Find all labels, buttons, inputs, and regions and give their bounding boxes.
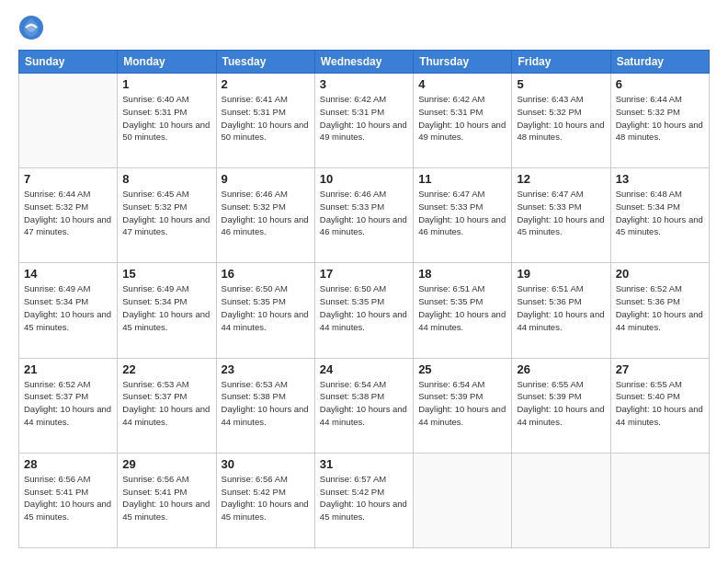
day-number: 22	[122, 362, 210, 376]
day-info: Sunrise: 6:56 AMSunset: 5:42 PMDaylight:…	[222, 473, 310, 523]
day-info: Sunrise: 6:55 AMSunset: 5:40 PMDaylight:…	[616, 378, 704, 429]
calendar-cell: 21Sunrise: 6:52 AMSunset: 5:37 PMDayligh…	[19, 358, 118, 453]
calendar-cell: 10Sunrise: 6:46 AMSunset: 5:33 PMDayligh…	[314, 168, 413, 263]
calendar-cell: 6Sunrise: 6:44 AMSunset: 5:32 PMDaylight…	[610, 74, 709, 168]
logo	[18, 15, 48, 40]
calendar-cell: 30Sunrise: 6:56 AMSunset: 5:42 PMDayligh…	[216, 453, 314, 547]
day-info: Sunrise: 6:48 AMSunset: 5:34 PMDaylight:…	[616, 188, 704, 238]
weekday-header-friday: Friday	[512, 51, 610, 74]
weekday-header-monday: Monday	[118, 51, 216, 74]
day-number: 21	[24, 362, 112, 376]
calendar-cell: 5Sunrise: 6:43 AMSunset: 5:32 PMDaylight…	[512, 74, 610, 168]
calendar-cell: 8Sunrise: 6:45 AMSunset: 5:32 PMDaylight…	[118, 168, 216, 263]
day-number: 19	[517, 267, 605, 281]
calendar-cell: 19Sunrise: 6:51 AMSunset: 5:36 PMDayligh…	[512, 263, 610, 358]
day-number: 13	[616, 172, 704, 186]
calendar-page: SundayMondayTuesdayWednesdayThursdayFrid…	[0, 0, 728, 563]
calendar-cell: 22Sunrise: 6:53 AMSunset: 5:37 PMDayligh…	[118, 358, 216, 453]
day-number: 29	[122, 457, 210, 471]
calendar-cell: 17Sunrise: 6:50 AMSunset: 5:35 PMDayligh…	[314, 263, 413, 358]
day-number: 24	[320, 362, 408, 376]
week-row-4: 21Sunrise: 6:52 AMSunset: 5:37 PMDayligh…	[19, 358, 710, 453]
day-info: Sunrise: 6:43 AMSunset: 5:32 PMDaylight:…	[517, 93, 605, 144]
day-info: Sunrise: 6:51 AMSunset: 5:36 PMDaylight:…	[517, 282, 605, 333]
calendar-cell	[19, 74, 118, 168]
calendar-cell: 12Sunrise: 6:47 AMSunset: 5:33 PMDayligh…	[512, 168, 610, 263]
day-number: 15	[122, 267, 210, 281]
day-info: Sunrise: 6:53 AMSunset: 5:37 PMDaylight:…	[122, 378, 210, 429]
day-info: Sunrise: 6:55 AMSunset: 5:39 PMDaylight:…	[517, 378, 605, 429]
day-number: 4	[418, 77, 506, 91]
calendar-table: SundayMondayTuesdayWednesdayThursdayFrid…	[18, 50, 710, 548]
day-info: Sunrise: 6:51 AMSunset: 5:35 PMDaylight:…	[418, 282, 506, 333]
week-row-3: 14Sunrise: 6:49 AMSunset: 5:34 PMDayligh…	[19, 263, 710, 358]
calendar-cell: 16Sunrise: 6:50 AMSunset: 5:35 PMDayligh…	[216, 263, 314, 358]
day-info: Sunrise: 6:42 AMSunset: 5:31 PMDaylight:…	[320, 93, 408, 144]
calendar-cell: 31Sunrise: 6:57 AMSunset: 5:42 PMDayligh…	[314, 453, 413, 547]
day-number: 9	[222, 172, 310, 186]
calendar-cell	[512, 453, 610, 547]
day-number: 25	[418, 362, 506, 376]
logo-icon	[18, 15, 44, 40]
day-info: Sunrise: 6:54 AMSunset: 5:39 PMDaylight:…	[418, 378, 506, 429]
day-info: Sunrise: 6:52 AMSunset: 5:36 PMDaylight:…	[616, 282, 704, 333]
day-number: 7	[24, 172, 112, 186]
calendar-cell: 28Sunrise: 6:56 AMSunset: 5:41 PMDayligh…	[19, 453, 118, 547]
day-number: 26	[517, 362, 605, 376]
day-info: Sunrise: 6:57 AMSunset: 5:42 PMDaylight:…	[320, 473, 408, 523]
calendar-cell: 4Sunrise: 6:42 AMSunset: 5:31 PMDaylight…	[414, 74, 512, 168]
weekday-header-sunday: Sunday	[19, 51, 118, 74]
calendar-cell: 23Sunrise: 6:53 AMSunset: 5:38 PMDayligh…	[216, 358, 314, 453]
calendar-cell	[414, 453, 512, 547]
day-number: 5	[517, 77, 605, 91]
day-info: Sunrise: 6:44 AMSunset: 5:32 PMDaylight:…	[616, 93, 704, 144]
calendar-cell: 2Sunrise: 6:41 AMSunset: 5:31 PMDaylight…	[216, 74, 314, 168]
calendar-cell: 9Sunrise: 6:46 AMSunset: 5:32 PMDaylight…	[216, 168, 314, 263]
svg-point-1	[27, 23, 36, 32]
day-number: 1	[122, 77, 210, 91]
week-row-1: 1Sunrise: 6:40 AMSunset: 5:31 PMDaylight…	[19, 74, 710, 168]
calendar-cell: 1Sunrise: 6:40 AMSunset: 5:31 PMDaylight…	[118, 74, 216, 168]
week-row-2: 7Sunrise: 6:44 AMSunset: 5:32 PMDaylight…	[19, 168, 710, 263]
calendar-cell: 27Sunrise: 6:55 AMSunset: 5:40 PMDayligh…	[610, 358, 709, 453]
day-info: Sunrise: 6:44 AMSunset: 5:32 PMDaylight:…	[24, 188, 112, 238]
weekday-header-thursday: Thursday	[414, 51, 512, 74]
week-row-5: 28Sunrise: 6:56 AMSunset: 5:41 PMDayligh…	[19, 453, 710, 547]
day-info: Sunrise: 6:56 AMSunset: 5:41 PMDaylight:…	[24, 473, 112, 523]
day-number: 14	[24, 267, 112, 281]
day-number: 10	[320, 172, 408, 186]
day-number: 31	[320, 457, 408, 471]
calendar-cell: 14Sunrise: 6:49 AMSunset: 5:34 PMDayligh…	[19, 263, 118, 358]
day-info: Sunrise: 6:47 AMSunset: 5:33 PMDaylight:…	[418, 188, 506, 238]
calendar-cell	[610, 453, 709, 547]
day-info: Sunrise: 6:47 AMSunset: 5:33 PMDaylight:…	[517, 188, 605, 238]
day-info: Sunrise: 6:40 AMSunset: 5:31 PMDaylight:…	[122, 93, 210, 144]
calendar-cell: 7Sunrise: 6:44 AMSunset: 5:32 PMDaylight…	[19, 168, 118, 263]
day-number: 11	[418, 172, 506, 186]
calendar-cell: 25Sunrise: 6:54 AMSunset: 5:39 PMDayligh…	[414, 358, 512, 453]
weekday-header-tuesday: Tuesday	[216, 51, 314, 74]
weekday-header-saturday: Saturday	[610, 51, 709, 74]
day-info: Sunrise: 6:53 AMSunset: 5:38 PMDaylight:…	[222, 378, 310, 429]
day-number: 27	[616, 362, 704, 376]
calendar-cell: 24Sunrise: 6:54 AMSunset: 5:38 PMDayligh…	[314, 358, 413, 453]
day-info: Sunrise: 6:49 AMSunset: 5:34 PMDaylight:…	[24, 282, 112, 333]
day-info: Sunrise: 6:52 AMSunset: 5:37 PMDaylight:…	[24, 378, 112, 429]
day-number: 17	[320, 267, 408, 281]
day-number: 6	[616, 77, 704, 91]
day-number: 12	[517, 172, 605, 186]
day-info: Sunrise: 6:41 AMSunset: 5:31 PMDaylight:…	[222, 93, 310, 144]
day-info: Sunrise: 6:54 AMSunset: 5:38 PMDaylight:…	[320, 378, 408, 429]
day-number: 20	[616, 267, 704, 281]
day-number: 3	[320, 77, 408, 91]
calendar-cell: 20Sunrise: 6:52 AMSunset: 5:36 PMDayligh…	[610, 263, 709, 358]
calendar-cell: 18Sunrise: 6:51 AMSunset: 5:35 PMDayligh…	[414, 263, 512, 358]
calendar-cell: 15Sunrise: 6:49 AMSunset: 5:34 PMDayligh…	[118, 263, 216, 358]
day-info: Sunrise: 6:56 AMSunset: 5:41 PMDaylight:…	[122, 473, 210, 523]
day-info: Sunrise: 6:50 AMSunset: 5:35 PMDaylight:…	[320, 282, 408, 333]
weekday-header-wednesday: Wednesday	[314, 51, 413, 74]
day-number: 2	[222, 77, 310, 91]
header	[18, 15, 710, 40]
day-info: Sunrise: 6:42 AMSunset: 5:31 PMDaylight:…	[418, 93, 506, 144]
day-info: Sunrise: 6:46 AMSunset: 5:32 PMDaylight:…	[222, 188, 310, 238]
